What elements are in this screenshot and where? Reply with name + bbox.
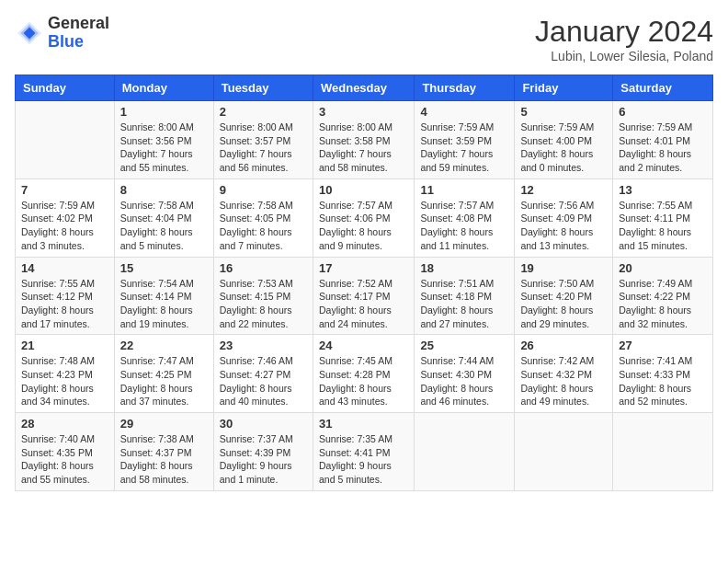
page-header: General Blue January 2024 Lubin, Lower S… <box>15 15 713 63</box>
calendar-header-row: SundayMondayTuesdayWednesdayThursdayFrid… <box>16 75 713 101</box>
day-number: 11 <box>420 183 508 197</box>
calendar-cell: 16Sunrise: 7:53 AM Sunset: 4:15 PM Dayli… <box>213 257 313 335</box>
calendar-cell <box>16 101 115 179</box>
calendar-cell: 17Sunrise: 7:52 AM Sunset: 4:17 PM Dayli… <box>313 257 414 335</box>
calendar-cell <box>415 413 515 491</box>
day-info: Sunrise: 7:59 AM Sunset: 4:00 PM Dayligh… <box>520 121 607 175</box>
logo-text: General Blue <box>48 15 109 52</box>
calendar-table: SundayMondayTuesdayWednesdayThursdayFrid… <box>15 75 713 491</box>
day-info: Sunrise: 7:57 AM Sunset: 4:06 PM Dayligh… <box>319 199 408 253</box>
day-number: 18 <box>420 261 508 275</box>
calendar-week-row: 1Sunrise: 8:00 AM Sunset: 3:56 PM Daylig… <box>16 101 713 179</box>
calendar-cell: 7Sunrise: 7:59 AM Sunset: 4:02 PM Daylig… <box>16 178 115 257</box>
day-number: 23 <box>220 339 307 352</box>
logo-blue: Blue <box>48 32 84 51</box>
calendar-cell: 26Sunrise: 7:42 AM Sunset: 4:32 PM Dayli… <box>515 335 613 413</box>
day-number: 29 <box>120 417 208 431</box>
day-number: 21 <box>21 339 108 352</box>
day-of-week-header: Saturday <box>613 75 713 101</box>
day-of-week-header: Monday <box>114 75 213 101</box>
location-subtitle: Lubin, Lower Silesia, Poland <box>535 49 713 63</box>
calendar-cell: 21Sunrise: 7:48 AM Sunset: 4:23 PM Dayli… <box>16 335 115 413</box>
day-of-week-header: Tuesday <box>213 75 313 101</box>
calendar-cell <box>515 413 613 491</box>
calendar-cell: 30Sunrise: 7:37 AM Sunset: 4:39 PM Dayli… <box>213 413 313 491</box>
calendar-cell: 31Sunrise: 7:35 AM Sunset: 4:41 PM Dayli… <box>313 413 414 491</box>
day-of-week-header: Thursday <box>415 75 515 101</box>
day-number: 27 <box>619 339 707 352</box>
day-number: 30 <box>220 417 307 431</box>
calendar-cell: 8Sunrise: 7:58 AM Sunset: 4:04 PM Daylig… <box>114 178 213 257</box>
day-number: 16 <box>220 261 307 275</box>
day-number: 24 <box>319 339 408 352</box>
day-info: Sunrise: 7:46 AM Sunset: 4:27 PM Dayligh… <box>220 354 307 408</box>
calendar-cell: 10Sunrise: 7:57 AM Sunset: 4:06 PM Dayli… <box>313 178 414 257</box>
logo: General Blue <box>15 15 109 52</box>
calendar-cell: 6Sunrise: 7:59 AM Sunset: 4:01 PM Daylig… <box>613 101 713 179</box>
calendar-cell: 23Sunrise: 7:46 AM Sunset: 4:27 PM Dayli… <box>213 335 313 413</box>
day-info: Sunrise: 7:59 AM Sunset: 4:02 PM Dayligh… <box>21 199 108 253</box>
calendar-cell: 4Sunrise: 7:59 AM Sunset: 3:59 PM Daylig… <box>415 101 515 179</box>
title-block: January 2024 Lubin, Lower Silesia, Polan… <box>535 15 713 63</box>
day-number: 14 <box>21 261 108 275</box>
day-number: 3 <box>319 105 408 119</box>
day-number: 8 <box>120 183 208 197</box>
day-number: 13 <box>619 183 707 197</box>
calendar-cell: 9Sunrise: 7:58 AM Sunset: 4:05 PM Daylig… <box>213 178 313 257</box>
day-number: 5 <box>520 105 607 119</box>
day-number: 22 <box>120 339 208 352</box>
day-number: 19 <box>520 261 607 275</box>
day-of-week-header: Friday <box>515 75 613 101</box>
calendar-cell: 22Sunrise: 7:47 AM Sunset: 4:25 PM Dayli… <box>114 335 213 413</box>
calendar-cell: 25Sunrise: 7:44 AM Sunset: 4:30 PM Dayli… <box>415 335 515 413</box>
month-year-title: January 2024 <box>535 15 713 49</box>
calendar-week-row: 28Sunrise: 7:40 AM Sunset: 4:35 PM Dayli… <box>16 413 713 491</box>
logo-general: General <box>48 14 109 32</box>
calendar-week-row: 7Sunrise: 7:59 AM Sunset: 4:02 PM Daylig… <box>16 178 713 257</box>
calendar-cell: 29Sunrise: 7:38 AM Sunset: 4:37 PM Dayli… <box>114 413 213 491</box>
day-number: 25 <box>420 339 508 352</box>
day-info: Sunrise: 7:44 AM Sunset: 4:30 PM Dayligh… <box>420 354 508 408</box>
calendar-week-row: 21Sunrise: 7:48 AM Sunset: 4:23 PM Dayli… <box>16 335 713 413</box>
calendar-cell: 14Sunrise: 7:55 AM Sunset: 4:12 PM Dayli… <box>16 257 115 335</box>
day-info: Sunrise: 8:00 AM Sunset: 3:58 PM Dayligh… <box>319 121 408 175</box>
day-number: 17 <box>319 261 408 275</box>
day-number: 15 <box>120 261 208 275</box>
day-info: Sunrise: 7:40 AM Sunset: 4:35 PM Dayligh… <box>21 432 108 487</box>
day-info: Sunrise: 8:00 AM Sunset: 3:56 PM Dayligh… <box>120 121 208 175</box>
day-number: 6 <box>619 105 707 119</box>
day-number: 26 <box>520 339 607 352</box>
day-info: Sunrise: 7:54 AM Sunset: 4:14 PM Dayligh… <box>120 277 208 331</box>
day-info: Sunrise: 7:35 AM Sunset: 4:41 PM Dayligh… <box>319 432 408 487</box>
day-info: Sunrise: 7:57 AM Sunset: 4:08 PM Dayligh… <box>420 199 508 253</box>
day-info: Sunrise: 7:38 AM Sunset: 4:37 PM Dayligh… <box>120 432 208 487</box>
day-info: Sunrise: 7:55 AM Sunset: 4:12 PM Dayligh… <box>21 277 108 331</box>
day-number: 4 <box>420 105 508 119</box>
calendar-cell: 18Sunrise: 7:51 AM Sunset: 4:18 PM Dayli… <box>415 257 515 335</box>
day-number: 7 <box>21 183 108 197</box>
day-of-week-header: Wednesday <box>313 75 414 101</box>
day-info: Sunrise: 7:55 AM Sunset: 4:11 PM Dayligh… <box>619 199 707 253</box>
day-info: Sunrise: 7:56 AM Sunset: 4:09 PM Dayligh… <box>520 199 607 253</box>
day-of-week-header: Sunday <box>16 75 115 101</box>
calendar-cell <box>613 413 713 491</box>
day-info: Sunrise: 7:37 AM Sunset: 4:39 PM Dayligh… <box>220 432 307 487</box>
day-info: Sunrise: 7:52 AM Sunset: 4:17 PM Dayligh… <box>319 277 408 331</box>
day-info: Sunrise: 7:42 AM Sunset: 4:32 PM Dayligh… <box>520 354 607 408</box>
calendar-cell: 19Sunrise: 7:50 AM Sunset: 4:20 PM Dayli… <box>515 257 613 335</box>
day-info: Sunrise: 7:45 AM Sunset: 4:28 PM Dayligh… <box>319 354 408 408</box>
day-info: Sunrise: 7:50 AM Sunset: 4:20 PM Dayligh… <box>520 277 607 331</box>
calendar-cell: 12Sunrise: 7:56 AM Sunset: 4:09 PM Dayli… <box>515 178 613 257</box>
calendar-cell: 20Sunrise: 7:49 AM Sunset: 4:22 PM Dayli… <box>613 257 713 335</box>
calendar-cell: 28Sunrise: 7:40 AM Sunset: 4:35 PM Dayli… <box>16 413 115 491</box>
day-info: Sunrise: 7:53 AM Sunset: 4:15 PM Dayligh… <box>220 277 307 331</box>
day-number: 10 <box>319 183 408 197</box>
day-info: Sunrise: 8:00 AM Sunset: 3:57 PM Dayligh… <box>220 121 307 175</box>
day-info: Sunrise: 7:47 AM Sunset: 4:25 PM Dayligh… <box>120 354 208 408</box>
calendar-cell: 13Sunrise: 7:55 AM Sunset: 4:11 PM Dayli… <box>613 178 713 257</box>
day-number: 31 <box>319 417 408 431</box>
calendar-cell: 2Sunrise: 8:00 AM Sunset: 3:57 PM Daylig… <box>213 101 313 179</box>
calendar-cell: 15Sunrise: 7:54 AM Sunset: 4:14 PM Dayli… <box>114 257 213 335</box>
calendar-week-row: 14Sunrise: 7:55 AM Sunset: 4:12 PM Dayli… <box>16 257 713 335</box>
calendar-cell: 1Sunrise: 8:00 AM Sunset: 3:56 PM Daylig… <box>114 101 213 179</box>
